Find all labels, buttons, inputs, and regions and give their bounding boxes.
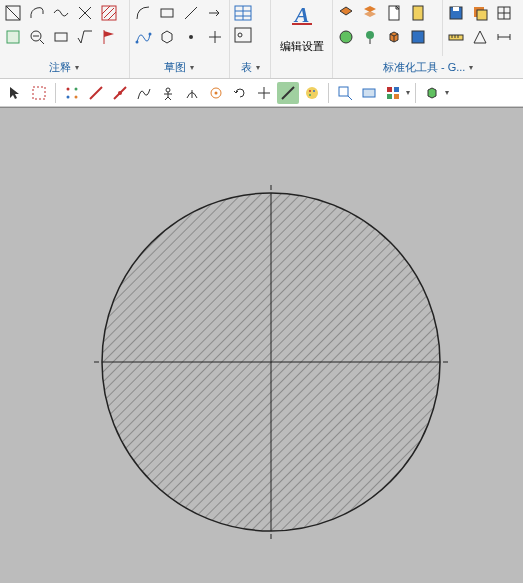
spline-tool-icon[interactable] xyxy=(132,26,154,48)
svg-line-59 xyxy=(90,87,102,99)
drawing-canvas[interactable] xyxy=(0,107,523,583)
line-red-icon[interactable] xyxy=(85,82,107,104)
person-icon[interactable] xyxy=(157,82,179,104)
svg-rect-79 xyxy=(363,89,375,97)
select-tool-icon[interactable] xyxy=(2,26,24,48)
panel-label-sketch[interactable]: 草图▾ xyxy=(130,56,230,78)
centerlines xyxy=(90,181,452,543)
gold-sheet-icon[interactable] xyxy=(407,2,429,24)
grid-icon[interactable] xyxy=(493,2,515,24)
sqrt-tool-icon[interactable] xyxy=(74,26,96,48)
flag-tool-icon[interactable] xyxy=(98,26,120,48)
zoom-rect-icon[interactable] xyxy=(334,82,356,104)
rect-tool-icon[interactable] xyxy=(156,2,178,24)
svg-rect-82 xyxy=(387,94,392,99)
layers-icon[interactable] xyxy=(359,2,381,24)
edit-settings-button[interactable]: A xyxy=(283,2,321,39)
panel-labels: 注释▾ 草图▾ 表▾ 标准化工具 - G...▾ xyxy=(0,56,523,78)
panel-label-standardize[interactable]: 标准化工具 - G...▾ xyxy=(333,56,523,78)
table-tool-icon[interactable] xyxy=(232,2,254,24)
svg-point-73 xyxy=(306,87,318,99)
note-tool-icon[interactable] xyxy=(2,2,24,24)
hatch-tool-icon[interactable] xyxy=(98,2,120,24)
pin-icon[interactable] xyxy=(359,26,381,48)
svg-point-61 xyxy=(118,91,122,95)
line-red2-icon[interactable] xyxy=(109,82,131,104)
svg-rect-39 xyxy=(412,31,424,43)
table-label-text: 表 xyxy=(241,60,252,75)
panel-label-edit xyxy=(271,56,333,78)
svg-point-62 xyxy=(166,88,170,92)
svg-rect-32 xyxy=(413,6,423,20)
block-icon[interactable] xyxy=(407,26,429,48)
ribbon: A 编辑设置 xyxy=(0,0,523,79)
svg-line-11 xyxy=(40,40,44,44)
dot-tool-icon[interactable] xyxy=(180,26,202,48)
select-rect-icon[interactable] xyxy=(28,82,50,104)
svg-point-33 xyxy=(340,31,352,43)
panel-table xyxy=(230,0,272,56)
svg-point-57 xyxy=(67,95,70,98)
box-tool-icon[interactable] xyxy=(50,26,72,48)
stack-icon[interactable] xyxy=(469,2,491,24)
svg-point-18 xyxy=(148,33,151,36)
dropdown-icon: ▾ xyxy=(469,63,473,72)
hex-tool-icon[interactable] xyxy=(156,26,178,48)
active-line-icon[interactable] xyxy=(277,82,299,104)
cross-tool-icon[interactable] xyxy=(74,2,96,24)
bezier-icon[interactable] xyxy=(133,82,155,104)
arc-up-icon[interactable] xyxy=(181,82,203,104)
panel-edit-settings: A 编辑设置 xyxy=(271,0,333,56)
arrow-tool-icon[interactable] xyxy=(204,2,226,24)
cube-icon[interactable] xyxy=(383,26,405,48)
view-icon[interactable] xyxy=(358,82,380,104)
panel-annotation xyxy=(0,0,130,56)
target-icon[interactable] xyxy=(205,82,227,104)
svg-rect-54 xyxy=(33,87,45,99)
globe-icon[interactable] xyxy=(335,26,357,48)
sketch-label-text: 草图 xyxy=(164,60,186,75)
dropdown-icon[interactable]: ▾ xyxy=(406,88,410,97)
annotation-label-text: 注释 xyxy=(49,60,71,75)
panel-label-annotation[interactable]: 注释▾ xyxy=(0,56,130,78)
rotate-icon[interactable] xyxy=(229,82,251,104)
ribbon-panels: A 编辑设置 xyxy=(0,0,523,56)
separator xyxy=(328,83,329,103)
svg-rect-27 xyxy=(235,28,251,42)
zoom-out-icon[interactable] xyxy=(26,26,48,48)
crosshair-icon[interactable] xyxy=(253,82,275,104)
dropdown-icon[interactable]: ▾ xyxy=(445,88,449,97)
dropdown-icon: ▾ xyxy=(190,63,194,72)
svg-line-72 xyxy=(282,87,294,99)
cube2-icon[interactable] xyxy=(421,82,443,104)
arc-tool-icon[interactable] xyxy=(132,2,154,24)
balloon-tool-icon[interactable] xyxy=(26,2,48,24)
svg-rect-77 xyxy=(339,87,348,96)
svg-point-34 xyxy=(366,31,374,39)
layer-icon[interactable] xyxy=(335,2,357,24)
svg-point-28 xyxy=(238,33,242,37)
standardize-label-text: 标准化工具 - G... xyxy=(383,60,466,75)
cad-drawing xyxy=(0,108,523,583)
palette-icon[interactable] xyxy=(301,82,323,104)
panel-label-table[interactable]: 表▾ xyxy=(230,56,272,78)
dropdown-icon: ▾ xyxy=(256,63,260,72)
triangle-icon[interactable] xyxy=(469,26,491,48)
dim-icon[interactable] xyxy=(493,26,515,48)
svg-point-20 xyxy=(189,35,193,39)
svg-rect-12 xyxy=(55,33,67,41)
svg-point-75 xyxy=(313,90,315,92)
panel-standardize-b xyxy=(443,0,523,56)
save-icon[interactable] xyxy=(445,2,467,24)
wave-tool-icon[interactable] xyxy=(50,2,72,24)
line-tool-icon[interactable] xyxy=(180,2,202,24)
points-icon[interactable] xyxy=(61,82,83,104)
cursor-icon[interactable] xyxy=(4,82,26,104)
ruler-icon[interactable] xyxy=(445,26,467,48)
svg-rect-83 xyxy=(394,94,399,99)
svg-text:A: A xyxy=(293,2,310,26)
plus-tool-icon[interactable] xyxy=(204,26,226,48)
sheet-icon[interactable] xyxy=(383,2,405,24)
hole-table-icon[interactable] xyxy=(232,24,254,46)
grid2-icon[interactable] xyxy=(382,82,404,104)
